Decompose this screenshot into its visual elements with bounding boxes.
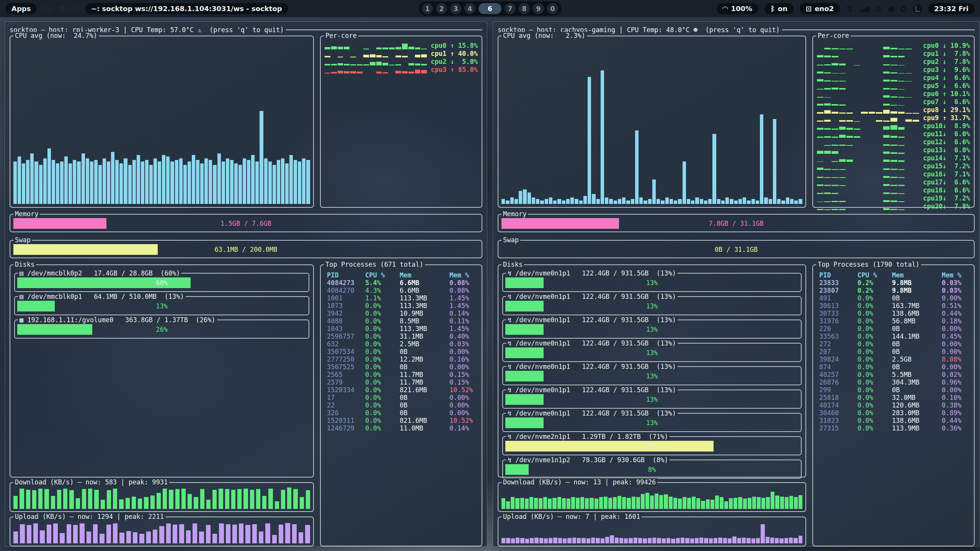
bell-icon[interactable] (889, 7, 894, 11)
app-logo-icon[interactable] (913, 4, 922, 13)
download-bar (696, 498, 700, 509)
core-label: cpu17↓ 6.6% (923, 178, 970, 186)
network-indicator[interactable]: ⊡ eno2 (800, 3, 840, 14)
core-spark-bar (846, 112, 853, 114)
disk-label: ↯/dev/nvme1n1p2 78.3GB / 930.6GB (8%) (506, 456, 670, 464)
process-mem-percent: 0.00% (942, 348, 968, 355)
process-cpu: 0.0% (858, 348, 892, 355)
process-mem: 6.6MB (400, 287, 449, 294)
download-bar (188, 494, 192, 509)
core-row: cpu7 ↓ 6.6% (817, 98, 970, 106)
upload-bar (285, 523, 290, 543)
upload-bar (516, 538, 519, 543)
process-pid: 3507534 (327, 348, 365, 355)
core-spark-bar (338, 71, 343, 73)
layers-icon[interactable]: ≡ (875, 5, 882, 13)
process-cpu: 0.0% (858, 371, 892, 378)
core-row: cpu8 ↓ 29.1% (817, 106, 970, 114)
power-icon[interactable] (900, 6, 906, 12)
download-bar (743, 499, 747, 509)
memory-title: Memory (13, 210, 40, 218)
window-title[interactable]: ~: socktop ws://192.168.1.104:3031/ws - … (85, 3, 288, 14)
workspace-button[interactable]: 2 (436, 3, 447, 14)
process-table-header: PID CPU % Mem Mem % (815, 271, 972, 279)
workspace-button[interactable]: 8 (519, 3, 530, 14)
workspace-button[interactable]: 1 (422, 3, 433, 14)
core-spark-bar (905, 97, 912, 98)
process-cpu: 0.0% (365, 340, 400, 348)
disk-label: ↯/dev/nvme0n1p1 122.4GB / 931.5GB (13%) (506, 269, 678, 277)
download-bar (150, 496, 155, 509)
download-bar (57, 490, 61, 509)
cpu-history-bar (570, 197, 574, 204)
bluetooth-indicator[interactable]: ᛒ on (764, 3, 794, 14)
mail-icon[interactable]: ✉ (58, 5, 65, 13)
upload-bar (126, 531, 131, 543)
workspace-button[interactable]: 3 (450, 3, 461, 14)
cpu-history-bar (700, 199, 703, 204)
workspace-button[interactable]: 0 (547, 3, 558, 14)
upload-bar (113, 523, 118, 543)
download-bar (738, 497, 742, 509)
disk-label: ↯/dev/nvme0n1p1 122.4GB / 931.5GB (13%) (506, 293, 678, 300)
core-spark-bar (883, 168, 890, 170)
process-cpu: 0.0% (858, 310, 892, 317)
core-spark-bar (370, 54, 376, 57)
core-label: cpu1 ↓ 7.8% (923, 50, 970, 57)
download-bar (515, 498, 519, 509)
equalizer-icon[interactable]: ▂▄▆ (859, 6, 869, 11)
col-mem: Mem (400, 271, 449, 279)
disk-entry: ↯/dev/nvme1n1p2 78.3GB / 930.6GB (8%) 8% (502, 460, 802, 479)
window-icon[interactable]: ▢ (44, 5, 51, 13)
cpu-history-bar (631, 199, 634, 204)
core-sparkline (325, 59, 427, 65)
process-mem: 0B (400, 401, 449, 409)
volume-indicator[interactable]: ◠ 100% (717, 3, 758, 14)
cpu-history-bar (107, 161, 110, 204)
process-mem: 138.6MB (892, 417, 942, 424)
core-spark-bar (824, 201, 831, 202)
workspace-button[interactable]: 4 (464, 3, 475, 14)
workspace-button[interactable]: 6 (479, 3, 501, 14)
disk-info: /dev/nvme0n1p1 122.4GB / 931.5GB (13%) (515, 386, 676, 394)
workspace-button[interactable]: 7 (505, 3, 516, 14)
core-spark-bar (824, 55, 831, 57)
cpu-history-bar (721, 201, 725, 204)
process-row: 207 0.0% 0B 0.00% (815, 348, 972, 355)
download-bar (687, 498, 691, 509)
terminal-window[interactable]: socktop — host: cachyos-gaming | CPU Tem… (493, 22, 979, 546)
core-spark-bar (890, 48, 897, 49)
cpu-avg-panel: CPU avg (now: 24.7%) (10, 36, 314, 208)
terminal-window[interactable]: socktop — host: rpi-worker-3 | CPU Temp:… (5, 22, 487, 546)
core-spark-bar (817, 193, 823, 194)
cpu-history-chart (501, 41, 802, 204)
power-profile-icon[interactable]: ↯ (846, 5, 853, 13)
core-spark-bar (898, 145, 905, 146)
clock[interactable]: 23:32 Fri (928, 3, 975, 14)
process-row: 17 0.0% 0B 0.00% (323, 394, 479, 401)
core-spark-bar (817, 151, 823, 154)
headphones-icon: ◠ (723, 5, 728, 13)
download-bar (144, 497, 148, 509)
core-spark-bar (331, 72, 337, 73)
core-row: cpu15↓ 7.2% (817, 162, 970, 170)
process-pid: 23807 (819, 287, 858, 294)
apps-button[interactable]: Apps (5, 3, 37, 14)
disk-usage-bar: 13% (17, 301, 306, 311)
core-spark-bar (817, 137, 823, 138)
process-cpu: 0.0% (365, 409, 400, 417)
workspace-button[interactable]: 9 (533, 3, 544, 14)
top-processes-panel: Top Processes (1790 total) PID CPU % Mem… (812, 264, 975, 546)
cpu-history-bar (588, 77, 591, 204)
core-sparkline (325, 51, 427, 57)
core-label: cpu20↓ 7.8% (923, 202, 970, 210)
upload-bar (624, 538, 628, 543)
folder-icon[interactable]: ▱ (72, 5, 78, 13)
process-cpu: 0.0% (858, 340, 892, 348)
disk-label: ▤/dev/mmcblk0p2 17.4GB / 28.8GB (60%) (18, 269, 181, 277)
disk-icon: ▤ (20, 293, 23, 300)
process-row: 30733 0.0% 138.6MB 0.44% (815, 310, 972, 317)
download-bar (138, 499, 142, 509)
process-cpu: 0.0% (365, 333, 400, 340)
core-spark-bar (817, 112, 823, 114)
